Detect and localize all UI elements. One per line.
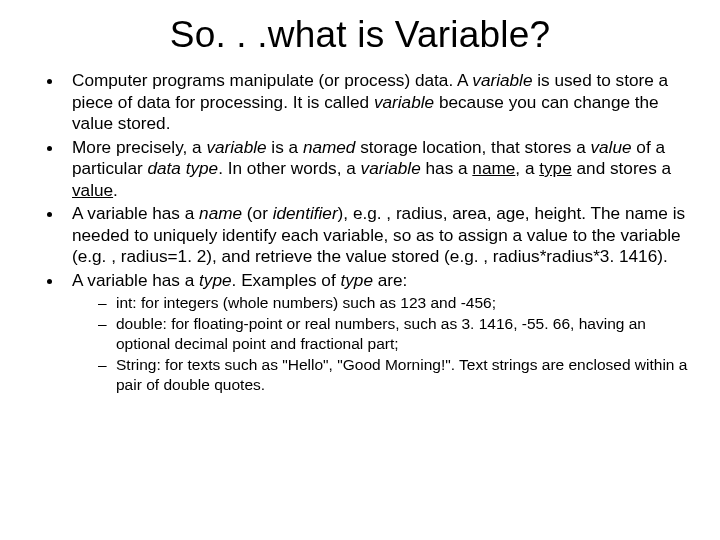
text: . (113, 180, 118, 200)
text: storage location, that stores a (355, 137, 590, 157)
text: are: (373, 270, 407, 290)
text: . Examples of (232, 270, 341, 290)
italic-variable: variable (374, 92, 434, 112)
italic-type: type (340, 270, 373, 290)
underline-value: value (72, 180, 113, 200)
bullet-2: More precisely, a variable is a named st… (64, 137, 690, 202)
italic-named: named (303, 137, 356, 157)
italic-value: value (590, 137, 631, 157)
slide-title: So. . .what is Variable? (30, 14, 690, 56)
sub-bullet-string: String: for texts such as "Hello", "Good… (102, 355, 690, 394)
sub-list: int: for integers (whole numbers) such a… (72, 293, 690, 394)
bullet-1: Computer programs manipulate (or process… (64, 70, 690, 135)
underline-name: name (472, 158, 515, 178)
italic-variable: variable (361, 158, 421, 178)
bullet-3: A variable has a name (or identifier), e… (64, 203, 690, 268)
underline-type: type (539, 158, 572, 178)
text: and stores a (572, 158, 671, 178)
text: Computer programs manipulate (or process… (72, 70, 472, 90)
sub-bullet-double: double: for floating-point or real numbe… (102, 314, 690, 353)
italic-data-type: data type (147, 158, 218, 178)
text: , a (515, 158, 539, 178)
italic-identifier: identifier (273, 203, 338, 223)
bullet-list: Computer programs manipulate (or process… (30, 70, 690, 394)
italic-type: type (199, 270, 232, 290)
bullet-4: A variable has a type. Examples of type … (64, 270, 690, 394)
text: has a (421, 158, 473, 178)
italic-variable: variable (206, 137, 266, 157)
text: . In other words, a (218, 158, 360, 178)
sub-bullet-int: int: for integers (whole numbers) such a… (102, 293, 690, 312)
text: is a (267, 137, 303, 157)
text: More precisely, a (72, 137, 206, 157)
slide: So. . .what is Variable? Computer progra… (0, 0, 720, 540)
italic-name: name (199, 203, 242, 223)
italic-variable: variable (472, 70, 532, 90)
text: (or (242, 203, 273, 223)
text: A variable has a (72, 203, 199, 223)
text: A variable has a (72, 270, 199, 290)
